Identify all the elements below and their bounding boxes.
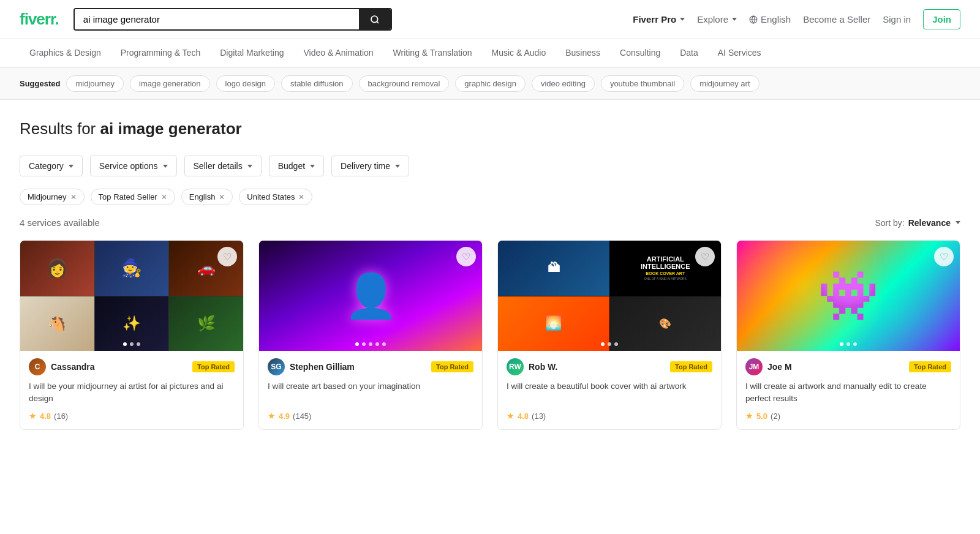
budget-filter[interactable]: Budget — [269, 156, 324, 176]
tag-graphic-design[interactable]: graphic design — [455, 75, 526, 92]
card-rating-rob: ★ 4.8 (13) — [507, 411, 712, 421]
results-count: 4 services available — [20, 217, 100, 228]
rating-score-cassandra: 4.8 — [40, 412, 51, 421]
chevron-down-icon — [395, 165, 400, 168]
tag-image-generation[interactable]: image generation — [130, 75, 209, 92]
logo[interactable]: fiverr. — [20, 10, 59, 29]
fiverr-pro-link[interactable]: Fiverr Pro — [633, 14, 685, 24]
results-heading: Results for ai image generator — [20, 119, 960, 138]
tag-logo-design[interactable]: logo design — [216, 75, 276, 92]
tag-background-removal[interactable]: background removal — [359, 75, 450, 92]
rating-score-stephen: 4.9 — [279, 412, 290, 421]
heart-icon-cassandra[interactable]: ♡ — [217, 247, 237, 266]
top-rated-badge-cassandra: Top Rated — [192, 361, 235, 372]
remove-top-rated-filter[interactable]: ✕ — [161, 193, 167, 201]
seller-row-stephen: SG Stephen Gilliam Top Rated — [268, 358, 473, 375]
cat-programming-tech[interactable]: Programming & Tech — [111, 39, 210, 67]
sort-value[interactable]: Relevance — [908, 218, 951, 228]
card-rating-cassandra: ★ 4.8 (16) — [29, 411, 235, 421]
star-icon: ★ — [507, 411, 514, 421]
header-nav: Fiverr Pro Explore English Become a Sell… — [633, 9, 960, 29]
search-input[interactable] — [75, 9, 359, 29]
chevron-down-icon — [69, 165, 74, 168]
star-icon: ★ — [745, 411, 753, 421]
suggested-bar: Suggested midjourney image generation lo… — [0, 68, 980, 100]
filter-chip-midjourney[interactable]: Midjourney ✕ — [20, 189, 85, 205]
avatar-joe: JM — [745, 358, 763, 375]
filter-chip-united-states[interactable]: United States ✕ — [239, 189, 312, 205]
avatar-stephen: SG — [268, 358, 285, 375]
seller-details-filter[interactable]: Seller details — [184, 156, 262, 176]
join-button[interactable]: Join — [923, 9, 960, 29]
card-image-stephen: 👤 ♡ — [259, 241, 482, 351]
remove-united-states-filter[interactable]: ✕ — [298, 193, 304, 201]
filter-chip-english[interactable]: English ✕ — [181, 189, 233, 205]
chevron-down-icon — [732, 18, 737, 21]
language-selector[interactable]: English — [749, 14, 791, 24]
avatar-rob: RW — [507, 358, 524, 375]
seller-name-cassandra: Cassandra — [51, 362, 187, 372]
suggested-label: Suggested — [20, 79, 60, 88]
rating-count-rob: (13) — [532, 412, 546, 421]
sign-in-link[interactable]: Sign in — [883, 14, 911, 24]
heart-icon-stephen[interactable]: ♡ — [456, 247, 476, 266]
cat-graphics-design[interactable]: Graphics & Design — [20, 39, 111, 67]
card-rob[interactable]: 🏔 ARTIFICIAL INTELLIGENCE BOOK COVER ART… — [497, 240, 722, 430]
tag-youtube-thumbnail[interactable]: youtube thumbnail — [601, 75, 684, 92]
card-image-joe: 👾 ♡ — [737, 241, 960, 351]
seller-name-joe: Joe M — [767, 362, 904, 372]
remove-midjourney-filter[interactable]: ✕ — [70, 193, 77, 201]
chevron-down-icon — [680, 18, 685, 21]
main-content: Results for ai image generator Category … — [0, 100, 980, 454]
seller-name-stephen: Stephen Gilliam — [290, 362, 426, 372]
seller-row-cassandra: C Cassandra Top Rated — [29, 358, 235, 375]
card-image-cassandra: 👩 🧙 🚗 🐴 ✨ 🌿 ♡ — [20, 241, 243, 351]
card-dots-rob — [601, 342, 618, 346]
filter-bar: Category Service options Seller details … — [20, 156, 960, 176]
cat-data[interactable]: Data — [670, 39, 708, 67]
filter-chip-top-rated[interactable]: Top Rated Seller ✕ — [91, 189, 175, 205]
cat-business[interactable]: Business — [556, 39, 610, 67]
cat-video-animation[interactable]: Video & Animation — [293, 39, 383, 67]
heart-icon-joe[interactable]: ♡ — [934, 247, 954, 266]
cat-ai-services[interactable]: AI Services — [708, 39, 771, 67]
rating-score-joe: 5.0 — [756, 412, 767, 421]
seller-row-rob: RW Rob W. Top Rated — [507, 358, 712, 375]
results-meta: 4 services available Sort by: Relevance — [20, 217, 960, 228]
card-rating-joe: ★ 5.0 (2) — [745, 411, 951, 421]
card-body-cassandra: C Cassandra Top Rated I will be your mid… — [20, 351, 243, 429]
tag-midjourney-art[interactable]: midjourney art — [690, 75, 759, 92]
card-dots-cassandra — [123, 342, 140, 346]
active-filters: Midjourney ✕ Top Rated Seller ✕ English … — [20, 189, 960, 205]
search-button[interactable] — [359, 9, 391, 29]
cat-music-audio[interactable]: Music & Audio — [482, 39, 556, 67]
tag-video-editing[interactable]: video editing — [532, 75, 595, 92]
become-seller-link[interactable]: Become a Seller — [803, 14, 870, 24]
cat-consulting[interactable]: Consulting — [610, 39, 670, 67]
heart-icon-rob[interactable]: ♡ — [695, 247, 715, 266]
header: fiverr. Fiverr Pro Explore English Becom… — [0, 0, 980, 39]
rating-score-rob: 4.8 — [518, 412, 529, 421]
card-stephen[interactable]: 👤 ♡ SG Stephen Gilliam Top Rated I will — [258, 240, 483, 430]
card-title-cassandra: I will be your midjourney ai artist for … — [29, 380, 235, 405]
tag-stable-diffusion[interactable]: stable diffusion — [281, 75, 353, 92]
cat-digital-marketing[interactable]: Digital Marketing — [210, 39, 293, 67]
delivery-time-filter[interactable]: Delivery time — [331, 156, 409, 176]
card-title-stephen: I will create art based on your imaginat… — [268, 380, 473, 405]
explore-link[interactable]: Explore — [697, 14, 737, 24]
service-options-filter[interactable]: Service options — [90, 156, 177, 176]
sort-chevron-icon — [956, 221, 960, 224]
category-filter[interactable]: Category — [20, 156, 83, 176]
avatar-cassandra: C — [29, 358, 46, 375]
rating-count-stephen: (145) — [293, 412, 311, 421]
rating-count-cassandra: (16) — [54, 412, 68, 421]
remove-english-filter[interactable]: ✕ — [219, 193, 225, 201]
tag-midjourney[interactable]: midjourney — [66, 75, 124, 92]
sort-by: Sort by: Relevance — [875, 218, 960, 228]
card-joe[interactable]: 👾 ♡ JM Joe M Top Rated I will create ai … — [736, 240, 960, 430]
cat-writing-translation[interactable]: Writing & Translation — [383, 39, 482, 67]
card-cassandra[interactable]: 👩 🧙 🚗 🐴 ✨ 🌿 ♡ C Cassandra — [20, 240, 244, 430]
star-icon: ★ — [29, 411, 37, 421]
svg-point-0 — [371, 16, 378, 23]
card-dots-joe — [840, 342, 857, 346]
